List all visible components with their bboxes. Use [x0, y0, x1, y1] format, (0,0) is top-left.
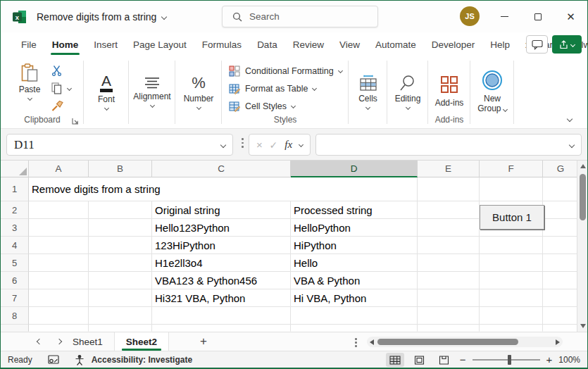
horizontal-scrollbar-thumb[interactable]	[377, 339, 518, 345]
avatar[interactable]: JS	[460, 6, 480, 26]
tab-view[interactable]: View	[332, 32, 368, 56]
sheetbar-resize-handle[interactable]	[355, 338, 357, 347]
close-button[interactable]: ✕	[554, 1, 587, 32]
scroll-down-arrow-icon[interactable]	[580, 324, 586, 328]
zoom-in-button[interactable]: +	[546, 356, 553, 364]
cell-e8[interactable]	[418, 307, 480, 325]
cell-e5[interactable]	[418, 254, 480, 272]
cell-f4[interactable]	[480, 237, 543, 254]
page-break-preview-button[interactable]	[435, 353, 453, 367]
sheet-tab-sheet2-active[interactable]: Sheet2	[115, 332, 169, 351]
cell-a1-title[interactable]: Remove digits from a string	[29, 177, 418, 201]
cell-d7[interactable]: Hi VBA, Python	[291, 289, 418, 307]
cell-c7[interactable]: Hi321 VBA, Python	[152, 289, 291, 307]
cell-e4[interactable]	[418, 237, 480, 254]
cell-g1[interactable]	[543, 177, 578, 201]
cell-b5[interactable]	[89, 254, 152, 272]
addins-button[interactable]: Add-ins	[428, 56, 470, 124]
cell-g2[interactable]	[543, 201, 578, 219]
row-header-8[interactable]: 8	[1, 307, 29, 325]
comments-button[interactable]	[526, 35, 548, 54]
cell-a3[interactable]	[29, 219, 89, 237]
cell-g8[interactable]	[543, 307, 578, 325]
zoom-out-button[interactable]: −	[460, 356, 466, 364]
formula-input[interactable]	[315, 134, 582, 156]
cell-b2[interactable]	[89, 201, 152, 219]
cell-d5[interactable]: Hello	[291, 254, 418, 272]
new-sheet-button[interactable]: +	[200, 334, 207, 349]
cell-b3[interactable]	[89, 219, 152, 237]
insert-function-button[interactable]: fx	[284, 139, 292, 151]
tab-file[interactable]: File	[13, 32, 44, 56]
collapse-ribbon-chevron-icon[interactable]	[567, 116, 573, 122]
column-header-e[interactable]: E	[418, 161, 480, 177]
editing-collapsed-button[interactable]: Editing	[387, 56, 428, 124]
scroll-right-arrow-icon[interactable]	[556, 339, 560, 345]
cell-f7[interactable]	[480, 289, 543, 307]
cell-c6[interactable]: VBA123 & Python456	[152, 272, 291, 289]
cell-b8[interactable]	[89, 307, 152, 325]
tab-developer[interactable]: Developer	[424, 32, 483, 56]
share-button[interactable]	[552, 35, 582, 54]
normal-view-button[interactable]	[386, 353, 404, 367]
document-title[interactable]: Remove digits from a string	[37, 11, 166, 23]
tab-home[interactable]: Home	[44, 32, 87, 56]
tab-automate[interactable]: Automate	[368, 32, 424, 56]
alignment-collapsed-button[interactable]: Alignment	[129, 56, 175, 124]
cell-d3[interactable]: HelloPython	[291, 219, 418, 237]
page-layout-view-button[interactable]	[411, 353, 429, 367]
sheet-tab-sheet1[interactable]: Sheet1	[61, 332, 115, 351]
cell-d4[interactable]: HiPython	[291, 237, 418, 254]
tab-page-layout[interactable]: Page Layout	[125, 32, 194, 56]
vertical-scrollbar-thumb[interactable]	[580, 174, 586, 220]
row-header-6[interactable]: 6	[1, 272, 29, 289]
cell-b7[interactable]	[89, 289, 152, 307]
cell-c3[interactable]: Hello123Python	[152, 219, 291, 237]
cancel-entry-icon[interactable]: ×	[256, 139, 263, 151]
scroll-left-arrow-icon[interactable]	[370, 339, 374, 345]
formula-expand-chevron-icon[interactable]	[569, 142, 575, 147]
cell-e2[interactable]	[418, 201, 480, 219]
row-header-7[interactable]: 7	[1, 289, 29, 307]
select-all-corner[interactable]	[1, 161, 29, 177]
cell-f8[interactable]	[480, 307, 543, 325]
search-input[interactable]: Search	[222, 6, 378, 27]
column-header-a[interactable]: A	[29, 161, 89, 177]
form-control-button-1[interactable]: Button 1	[480, 205, 544, 230]
cell-a7[interactable]	[29, 289, 89, 307]
zoom-slider-handle[interactable]	[508, 355, 511, 365]
row-header-5[interactable]: 5	[1, 254, 29, 272]
macro-record-icon[interactable]	[48, 355, 59, 365]
cell-c8[interactable]	[152, 307, 291, 325]
confirm-entry-icon[interactable]: ✓	[270, 139, 278, 151]
cell-g7[interactable]	[543, 289, 578, 307]
cell-g4[interactable]	[543, 237, 578, 254]
cell-styles-button[interactable]: Cell Styles	[222, 97, 349, 115]
conditional-formatting-button[interactable]: Conditional Formatting	[222, 62, 349, 80]
cell-c4[interactable]: 123HiPython	[152, 237, 291, 254]
previous-sheet-arrow-icon[interactable]	[37, 339, 42, 344]
cut-button[interactable]	[51, 65, 71, 76]
formula-bar-resize-handle[interactable]	[242, 138, 244, 148]
name-box[interactable]: D11	[6, 134, 233, 156]
cell-b4[interactable]	[89, 237, 152, 254]
cell-a2[interactable]	[29, 201, 89, 219]
tab-formulas[interactable]: Formulas	[194, 32, 249, 56]
cell-a6[interactable]	[29, 272, 89, 289]
number-collapsed-button[interactable]: % Number	[175, 56, 222, 124]
column-header-d-selected[interactable]: D	[291, 161, 418, 177]
cell-f1[interactable]	[480, 177, 543, 201]
zoom-slider[interactable]	[473, 355, 540, 365]
column-header-f[interactable]: F	[480, 161, 543, 177]
cell-f6[interactable]	[480, 272, 543, 289]
row-header-2[interactable]: 2	[1, 201, 29, 219]
column-header-b[interactable]: B	[89, 161, 152, 177]
clipboard-dialog-launcher-icon[interactable]	[72, 118, 79, 125]
cell-d8[interactable]	[291, 307, 418, 325]
cell-c5[interactable]: H1e2ll3o4	[152, 254, 291, 272]
cell-g3[interactable]	[543, 219, 578, 237]
cell-c2-header[interactable]: Original string	[152, 201, 291, 219]
cell-e1[interactable]	[418, 177, 480, 201]
tab-review[interactable]: Review	[285, 32, 332, 56]
paste-button[interactable]: Paste	[13, 63, 46, 100]
